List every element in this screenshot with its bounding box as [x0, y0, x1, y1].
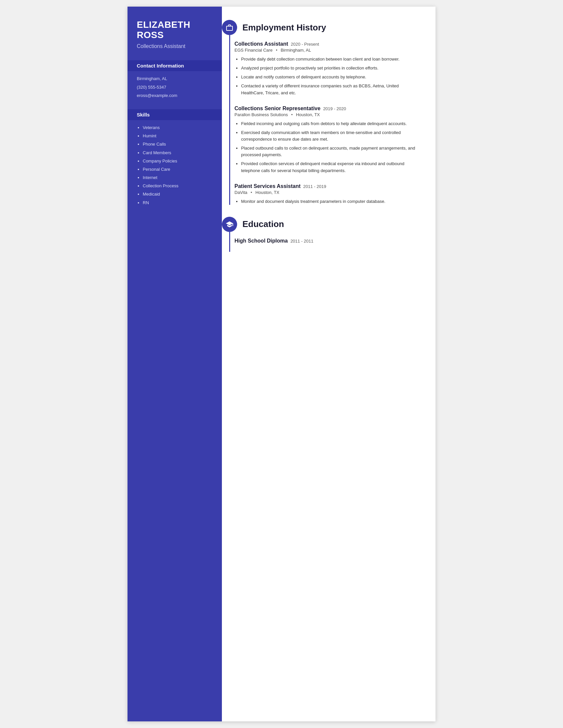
job-title-row: Collections Senior Representative2019 - … — [234, 106, 421, 112]
job-dates: 2019 - 2020 — [323, 106, 346, 111]
job-bullet: Locate and notify customers of delinquen… — [241, 74, 421, 80]
job-bullet: Monitor and document dialysis treatment … — [241, 198, 421, 205]
job-block: Collections Assistant2020 - PresentEGS F… — [222, 41, 421, 96]
job-title-row: Collections Assistant2020 - Present — [234, 41, 421, 47]
skill-item: Veterans — [143, 125, 212, 131]
education-section: Education High School Diploma2011 - 2011 — [222, 217, 421, 244]
job-company-row: Parallon Business Solutions•Houston, TX — [234, 112, 421, 117]
job-bullet: Contacted a variety of different insuran… — [241, 83, 421, 96]
job-dates: 2020 - Present — [291, 42, 319, 47]
briefcase-icon — [222, 20, 237, 35]
skill-item: Collection Process — [143, 183, 212, 189]
skill-item: Personal Care — [143, 166, 212, 172]
job-company: Parallon Business Solutions — [234, 112, 288, 117]
edu-timeline-line — [229, 232, 230, 252]
education-header-row: Education — [222, 217, 421, 232]
job-dates: 2011 - 2019 — [304, 184, 326, 189]
job-company: EGS Financial Care — [234, 48, 272, 53]
job-bullet-list: Monitor and document dialysis treatment … — [234, 198, 421, 205]
skill-item: Company Policies — [143, 158, 212, 164]
contact-section-header: Contact Information — [127, 60, 222, 71]
job-company-row: DaVita•Houston, TX — [234, 190, 421, 195]
sidebar: ELIZABETH ROSS Collections Assistant Con… — [127, 7, 222, 721]
contact-phone: (320) 555-5347 — [137, 84, 212, 90]
contact-email: eross@example.com — [137, 93, 212, 99]
job-title-row: Patient Services Assistant2011 - 2019 — [234, 183, 421, 189]
dot-separator: • — [276, 48, 277, 53]
edu-degree: High School Diploma — [234, 238, 288, 244]
job-location: Birmingham, AL — [280, 48, 311, 53]
candidate-title: Collections Assistant — [137, 43, 212, 50]
job-bullet-list: Fielded incoming and outgoing calls from… — [234, 120, 421, 174]
skill-item: RN — [143, 200, 212, 206]
jobs-container: Collections Assistant2020 - PresentEGS F… — [222, 41, 421, 205]
job-title: Patient Services Assistant — [234, 183, 301, 189]
resume-container: ELIZABETH ROSS Collections Assistant Con… — [127, 7, 436, 721]
job-company: DaVita — [234, 190, 247, 195]
job-company-row: EGS Financial Care•Birmingham, AL — [234, 48, 421, 53]
job-block: Collections Senior Representative2019 - … — [222, 106, 421, 174]
education-title: Education — [242, 219, 284, 229]
skills-section-header: Skills — [127, 109, 222, 120]
skill-item: Phone Calls — [143, 141, 212, 147]
edu-container: High School Diploma2011 - 2011 — [222, 238, 421, 244]
employment-title: Employment History — [242, 23, 326, 33]
skills-list: VeteransHumintPhone CallsCard MembersCom… — [137, 125, 212, 206]
dot-separator: • — [291, 112, 293, 117]
candidate-name: ELIZABETH ROSS — [137, 20, 212, 40]
skills-section: VeteransHumintPhone CallsCard MembersCom… — [137, 125, 212, 206]
job-bullet: Provided collection services of delinque… — [241, 160, 421, 174]
edu-block: High School Diploma2011 - 2011 — [222, 238, 421, 244]
contact-info: Birmingham, AL (320) 555-5347 eross@exam… — [137, 76, 212, 99]
job-location: Houston, TX — [296, 112, 320, 117]
skill-item: Medicaid — [143, 191, 212, 197]
first-name: ELIZABETH — [137, 20, 190, 30]
job-title: Collections Assistant — [234, 41, 288, 47]
skill-item: Internet — [143, 175, 212, 181]
skill-item: Humint — [143, 133, 212, 139]
job-title: Collections Senior Representative — [234, 106, 321, 112]
job-block: Patient Services Assistant2011 - 2019DaV… — [222, 183, 421, 205]
job-bullet: Fielded incoming and outgoing calls from… — [241, 120, 421, 127]
job-bullet: Provide daily debt collection communicat… — [241, 56, 421, 63]
main-content: Employment History Collections Assistant… — [222, 7, 436, 721]
job-bullet-list: Provide daily debt collection communicat… — [234, 56, 421, 96]
employment-section: Employment History Collections Assistant… — [222, 20, 421, 205]
job-bullet: Exercised daily communication with team … — [241, 129, 421, 143]
job-bullet: Placed outbound calls to collect on deli… — [241, 145, 421, 158]
skill-item: Card Members — [143, 150, 212, 156]
edu-title-row: High School Diploma2011 - 2011 — [234, 238, 421, 244]
job-location: Houston, TX — [255, 190, 279, 195]
last-name: ROSS — [137, 30, 164, 40]
job-bullet: Analyzed project portfolio to proactivel… — [241, 65, 421, 71]
graduation-icon — [222, 217, 237, 232]
contact-location: Birmingham, AL — [137, 76, 212, 82]
edu-dates: 2011 - 2011 — [291, 239, 313, 244]
employment-header-row: Employment History — [222, 20, 421, 35]
dot-separator: • — [251, 190, 252, 195]
